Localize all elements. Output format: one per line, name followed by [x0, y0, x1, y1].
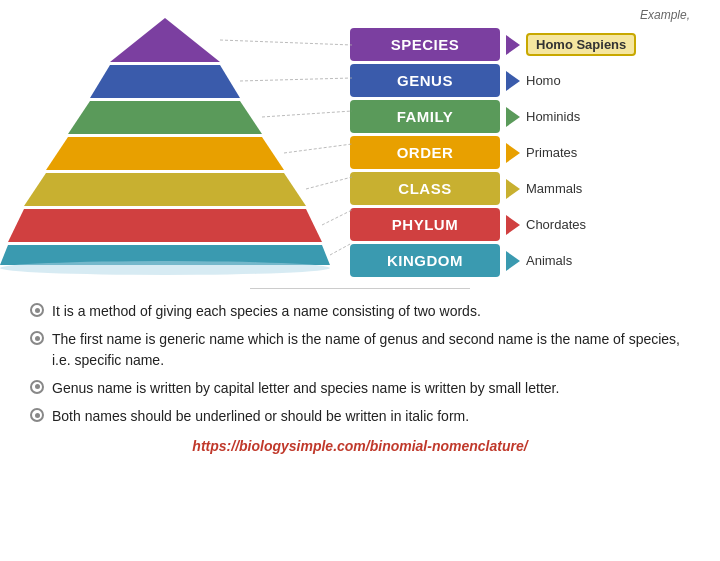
label-row-kingdom: KINGDOM Animals — [350, 244, 720, 277]
bullet-item-1: It is a method of giving each species a … — [30, 301, 690, 321]
bullet-icon-1 — [30, 303, 44, 317]
label-class: CLASS — [350, 172, 500, 205]
arrow-class — [506, 179, 520, 199]
bullet-icon-2 — [30, 331, 44, 345]
arrow-kingdom — [506, 251, 520, 271]
svg-marker-2 — [68, 101, 262, 134]
label-family: FAMILY — [350, 100, 500, 133]
arrow-order — [506, 143, 520, 163]
example-kingdom: Animals — [526, 253, 572, 268]
bullet-text-2: The first name is generic name which is … — [52, 329, 690, 370]
label-row-phylum: PHYLUM Chordates — [350, 208, 720, 241]
bullet-inner-4 — [35, 413, 40, 418]
bottom-section: It is a method of giving each species a … — [0, 301, 720, 454]
arrow-family — [506, 107, 520, 127]
main-container: Example, — [0, 0, 720, 561]
bullet-text-3: Genus name is written by capital letter … — [52, 378, 559, 398]
label-genus: GENUS — [350, 64, 500, 97]
bullet-icon-3 — [30, 380, 44, 394]
bullet-item-4: Both names should be underlined or shoul… — [30, 406, 690, 426]
divider — [250, 288, 470, 289]
bullet-inner-3 — [35, 384, 40, 389]
bullet-text-4: Both names should be underlined or shoul… — [52, 406, 469, 426]
label-row-class: CLASS Mammals — [350, 172, 720, 205]
labels-section: SPECIES Homo Sapiens GENUS Homo FAMILY H… — [340, 10, 720, 280]
top-section: SPECIES Homo Sapiens GENUS Homo FAMILY H… — [0, 0, 720, 280]
svg-marker-5 — [8, 209, 322, 242]
pyramid-svg — [0, 10, 330, 275]
arrow-species — [506, 35, 520, 55]
label-phylum: PHYLUM — [350, 208, 500, 241]
bullet-inner-1 — [35, 308, 40, 313]
label-species: SPECIES — [350, 28, 500, 61]
bullet-text-1: It is a method of giving each species a … — [52, 301, 481, 321]
example-order: Primates — [526, 145, 577, 160]
arrow-genus — [506, 71, 520, 91]
label-row-family: FAMILY Hominids — [350, 100, 720, 133]
svg-marker-0 — [110, 18, 220, 62]
example-class: Mammals — [526, 181, 582, 196]
svg-marker-4 — [24, 173, 306, 206]
link-footer[interactable]: https://biologysimple.com/binomial-nomen… — [30, 438, 690, 454]
bullet-icon-4 — [30, 408, 44, 422]
svg-marker-3 — [46, 137, 284, 170]
arrow-phylum — [506, 215, 520, 235]
svg-point-7 — [0, 261, 330, 275]
label-kingdom: KINGDOM — [350, 244, 500, 277]
website-link[interactable]: https://biologysimple.com/binomial-nomen… — [192, 438, 527, 454]
label-order: ORDER — [350, 136, 500, 169]
bullet-item-3: Genus name is written by capital letter … — [30, 378, 690, 398]
label-row-order: ORDER Primates — [350, 136, 720, 169]
label-row-genus: GENUS Homo — [350, 64, 720, 97]
example-phylum: Chordates — [526, 217, 586, 232]
example-family: Hominids — [526, 109, 580, 124]
example-species: Homo Sapiens — [526, 33, 636, 56]
pyramid-container — [0, 10, 340, 280]
label-row-species: SPECIES Homo Sapiens — [350, 28, 720, 61]
bullet-inner-2 — [35, 336, 40, 341]
bullet-list: It is a method of giving each species a … — [30, 301, 690, 426]
example-genus: Homo — [526, 73, 561, 88]
bullet-item-2: The first name is generic name which is … — [30, 329, 690, 370]
svg-marker-1 — [90, 65, 240, 98]
